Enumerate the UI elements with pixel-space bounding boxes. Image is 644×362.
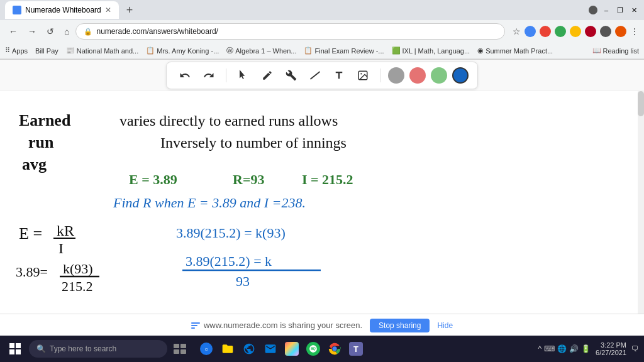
bookmark-billpay[interactable]: Bill Pay bbox=[35, 47, 58, 55]
taskbar-cortana[interactable]: ○ bbox=[197, 340, 215, 358]
new-tab-button[interactable]: + bbox=[123, 4, 137, 17]
ext-icon-7[interactable] bbox=[615, 26, 626, 37]
color-green[interactable] bbox=[431, 67, 447, 84]
keyboard-icon[interactable]: ⌨ bbox=[544, 344, 555, 353]
tool-group bbox=[166, 62, 478, 89]
undo-btn[interactable] bbox=[175, 66, 194, 85]
color-gray[interactable] bbox=[388, 67, 404, 84]
time-display: 3:22 PM bbox=[601, 341, 626, 349]
search-icon: 🔍 bbox=[36, 344, 46, 353]
back-btn[interactable]: ← bbox=[5, 24, 21, 39]
maximize-btn[interactable]: ❐ bbox=[615, 5, 625, 15]
bookmark-algebra[interactable]: Ⓦ Algebra 1 – When... bbox=[226, 46, 296, 55]
svg-text:E =: E = bbox=[19, 224, 42, 243]
taskbar-search[interactable]: 🔍 Type here to search bbox=[29, 340, 167, 358]
pencil-btn[interactable] bbox=[258, 66, 277, 85]
whiteboard-canvas[interactable]: Earned run avg varies directly to earned… bbox=[0, 91, 644, 336]
svg-rect-30 bbox=[174, 349, 179, 354]
tab-title: Numerade Whiteboard bbox=[25, 6, 101, 14]
svg-text:I = 215.2: I = 215.2 bbox=[302, 172, 353, 187]
task-view-btn[interactable] bbox=[171, 340, 189, 358]
bookmark-ixl[interactable]: 🟩 IXL | Math, Languag... bbox=[392, 47, 470, 55]
select-btn[interactable] bbox=[234, 66, 253, 85]
ext-icon-4[interactable] bbox=[570, 26, 581, 37]
minimize-btn[interactable]: – bbox=[601, 5, 611, 15]
sharing-message: www.numerade.com is sharing your screen. bbox=[204, 321, 362, 330]
forward-btn[interactable]: → bbox=[24, 24, 40, 39]
svg-point-2 bbox=[360, 73, 362, 74]
ext-icon-1[interactable] bbox=[525, 26, 536, 37]
hide-link[interactable]: Hide bbox=[437, 321, 453, 330]
close-btn[interactable]: ✕ bbox=[629, 5, 639, 15]
color-blue[interactable] bbox=[452, 67, 469, 84]
taskbar-teams[interactable]: T bbox=[347, 340, 365, 358]
text-btn[interactable] bbox=[330, 66, 348, 85]
star-icon[interactable]: ☆ bbox=[513, 26, 521, 36]
redo-btn[interactable] bbox=[199, 66, 218, 85]
image-btn[interactable] bbox=[353, 66, 372, 85]
system-tray-icons: ^ ⌨ 🌐 🔊 🔋 bbox=[538, 344, 591, 353]
svg-line-0 bbox=[311, 72, 320, 79]
svg-text:kR: kR bbox=[57, 222, 74, 239]
stop-sharing-btn[interactable]: Stop sharing bbox=[370, 319, 430, 332]
svg-rect-27 bbox=[16, 349, 21, 354]
volume-icon[interactable]: 🔊 bbox=[569, 344, 579, 353]
svg-rect-24 bbox=[9, 343, 14, 348]
svg-text:Inversely to  number of inning: Inversely to number of innings bbox=[160, 134, 347, 151]
svg-rect-29 bbox=[180, 344, 186, 348]
svg-rect-31 bbox=[180, 349, 186, 354]
scrollbar-thumb[interactable] bbox=[638, 91, 644, 116]
share-indicator: www.numerade.com is sharing your screen. bbox=[191, 321, 362, 330]
tab-close-btn[interactable]: ✕ bbox=[105, 6, 111, 14]
taskbar-photos[interactable] bbox=[283, 340, 301, 358]
taskbar-edge[interactable] bbox=[240, 340, 258, 358]
notification-btn[interactable]: 🗨 bbox=[631, 344, 639, 353]
network-icon[interactable]: 🌐 bbox=[557, 344, 567, 353]
whiteboard-toolbar bbox=[0, 60, 644, 91]
taskbar-mail[interactable] bbox=[262, 340, 279, 358]
divider-1 bbox=[226, 69, 226, 82]
taskbar-chrome[interactable] bbox=[326, 340, 343, 358]
taskbar-right: ^ ⌨ 🌐 🔊 🔋 3:22 PM 6/27/2021 🗨 bbox=[538, 341, 639, 356]
sharing-bar: www.numerade.com is sharing your screen.… bbox=[0, 314, 644, 336]
reading-list-btn[interactable]: 📖 Reading list bbox=[592, 47, 639, 55]
svg-rect-25 bbox=[16, 343, 21, 348]
ext-icon-2[interactable] bbox=[540, 26, 551, 37]
svg-text:avg: avg bbox=[22, 155, 47, 173]
bookmark-final-exam[interactable]: 📋 Final Exam Review -... bbox=[304, 47, 384, 55]
svg-rect-26 bbox=[9, 349, 14, 354]
more-btn[interactable]: ⋮ bbox=[630, 26, 639, 36]
svg-text:varies directly to  earned run: varies directly to earned runs allows bbox=[119, 112, 338, 129]
ext-icon-6[interactable] bbox=[600, 26, 611, 37]
share-line-1 bbox=[191, 322, 200, 324]
clock[interactable]: 3:22 PM 6/27/2021 bbox=[596, 341, 626, 356]
ext-icon-3[interactable] bbox=[555, 26, 566, 37]
svg-text:I: I bbox=[58, 240, 64, 256]
svg-text:R=93: R=93 bbox=[233, 172, 264, 187]
ext-icon-5[interactable] bbox=[585, 26, 596, 37]
taskbar-spotify[interactable] bbox=[304, 340, 322, 358]
refresh-btn[interactable]: ↺ bbox=[43, 24, 58, 39]
svg-rect-28 bbox=[174, 344, 179, 348]
bookmark-national-math[interactable]: 📰 National Math and... bbox=[66, 47, 138, 55]
address-bar[interactable]: 🔒 numerade.com/answers/whiteboard/ bbox=[75, 23, 505, 40]
tools-btn[interactable] bbox=[282, 66, 301, 85]
battery-icon[interactable]: 🔋 bbox=[581, 344, 591, 353]
tab-favicon bbox=[13, 6, 21, 14]
browser-settings-btn[interactable] bbox=[589, 6, 597, 14]
title-bar: Numerade Whiteboard ✕ + – ❐ ✕ bbox=[0, 0, 644, 20]
start-button[interactable] bbox=[5, 339, 25, 359]
chevron-up-icon[interactable]: ^ bbox=[538, 344, 541, 353]
line-btn[interactable] bbox=[306, 66, 325, 85]
browser-tab[interactable]: Numerade Whiteboard ✕ bbox=[5, 1, 119, 19]
nav-bar: ← → ↺ ⌂ 🔒 numerade.com/answers/whiteboar… bbox=[0, 20, 644, 43]
scrollbar[interactable] bbox=[638, 91, 644, 314]
bookmark-amy-koning[interactable]: 📋 Mrs. Amy Koning -... bbox=[146, 47, 219, 55]
home-btn[interactable]: ⌂ bbox=[60, 24, 73, 39]
taskbar-explorer[interactable] bbox=[219, 340, 236, 358]
color-red[interactable] bbox=[409, 67, 426, 84]
bookmark-apps[interactable]: ⠿ Apps bbox=[5, 47, 28, 55]
bookmark-summer-math[interactable]: ◉ Summer Math Pract... bbox=[477, 47, 553, 55]
svg-text:E = 3.89: E = 3.89 bbox=[129, 172, 177, 187]
svg-point-32 bbox=[332, 346, 336, 351]
